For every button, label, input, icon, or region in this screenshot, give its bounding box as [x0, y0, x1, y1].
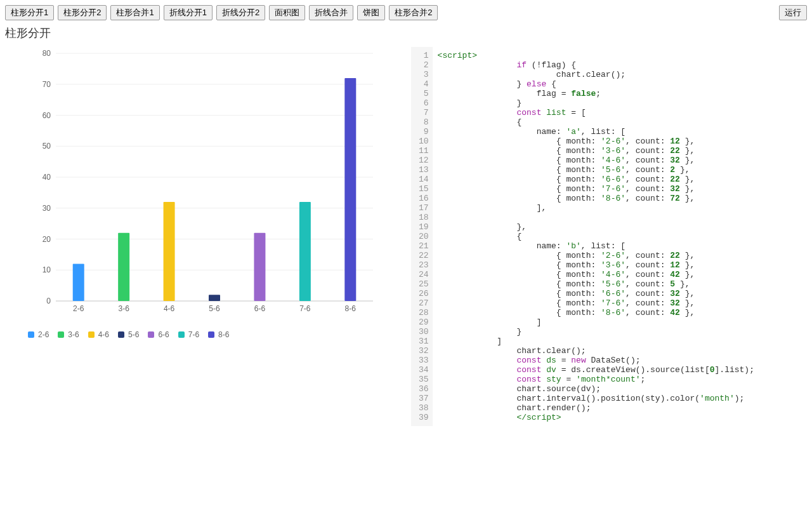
code-line: } [438, 327, 802, 337]
run-button[interactable]: 运行 [779, 5, 807, 20]
code-line: { month: '2-6', count: 12 }, [438, 137, 802, 146]
code-line: { month: '3-6', count: 22 }, [438, 146, 802, 156]
x-tick: 2-6 [73, 304, 84, 313]
code-line: { month: '7-6', count: 32 }, [438, 298, 802, 308]
bar-4-6 [164, 202, 175, 301]
code-line: { month: '4-6', count: 32 }, [438, 156, 802, 165]
toolbar-left: 柱形分开1柱形分开2柱形合并1折线分开1折线分开2面积图折线合并饼图柱形合并2 [5, 5, 438, 20]
legend-item[interactable]: 6-6 [148, 330, 169, 339]
chart-type-button-3[interactable]: 折线分开1 [164, 5, 213, 20]
code-line: { month: '4-6', count: 42 }, [438, 270, 802, 279]
legend-swatch [178, 331, 185, 338]
legend-label: 6-6 [158, 330, 169, 339]
page-title: 柱形分开 [5, 25, 807, 41]
code-line: name: 'a', list: [ [438, 127, 802, 137]
legend-swatch [28, 331, 34, 338]
code-line: { month: '3-6', count: 12 }, [438, 260, 802, 270]
y-tick: 30 [43, 204, 51, 213]
legend-label: 4-6 [98, 330, 109, 339]
toolbar: 柱形分开1柱形分开2柱形合并1折线分开1折线分开2面积图折线合并饼图柱形合并2 … [5, 5, 807, 20]
y-tick: 0 [46, 297, 51, 305]
bar-3-6 [118, 233, 129, 301]
legend-item[interactable]: 8-6 [208, 330, 229, 339]
chart-type-button-4[interactable]: 折线分开2 [216, 5, 265, 20]
x-tick: 5-6 [209, 304, 220, 313]
legend: 2-63-64-65-66-67-68-6 [28, 330, 411, 339]
y-tick: 60 [43, 111, 51, 120]
legend-label: 3-6 [68, 330, 79, 339]
main: 010203040506070802-63-64-65-66-67-68-6 2… [5, 47, 807, 426]
chart-type-button-6[interactable]: 折线合并 [309, 5, 353, 20]
code-gutter: 1 2 3 4 5 6 7 8 9 10 11 12 13 14 15 16 1… [411, 47, 433, 426]
code-line: name: 'b', list: [ [438, 241, 802, 251]
code-line: { month: '7-6', count: 32 }, [438, 184, 802, 194]
legend-item[interactable]: 2-6 [28, 330, 49, 339]
legend-label: 2-6 [38, 330, 49, 339]
x-tick: 8-6 [345, 304, 357, 313]
code-line: ], [438, 203, 802, 213]
legend-item[interactable]: 4-6 [88, 330, 109, 339]
chart-type-button-5[interactable]: 面积图 [269, 5, 305, 20]
bar-7-6 [299, 202, 311, 301]
legend-item[interactable]: 3-6 [58, 330, 79, 339]
legend-label: 7-6 [188, 330, 199, 339]
code-line: const dv = ds.createView().source(list[0… [438, 365, 802, 375]
chart-type-button-7[interactable]: 饼图 [357, 5, 385, 20]
code-line: const sty = 'month*count'; [438, 375, 802, 384]
code-line: chart.clear(); [438, 346, 802, 356]
legend-swatch [208, 331, 214, 338]
x-tick: 6-6 [254, 304, 266, 313]
code-line: }, [438, 222, 802, 232]
y-tick: 10 [43, 265, 51, 274]
code-line: { [438, 232, 802, 241]
y-tick: 20 [43, 235, 51, 244]
code-line: ] [438, 318, 802, 327]
chart-type-button-0[interactable]: 柱形分开1 [5, 5, 54, 20]
chart-type-button-2[interactable]: 柱形合并1 [110, 5, 159, 20]
bar-2-6 [73, 264, 84, 302]
code-line: { month: '6-6', count: 32 }, [438, 289, 802, 298]
chart-type-button-1[interactable]: 柱形分开2 [58, 5, 107, 20]
code-editor[interactable]: <script> if (!flag) { chart.clear(); } e… [433, 47, 807, 426]
legend-label: 8-6 [218, 330, 229, 339]
x-tick: 3-6 [118, 304, 129, 313]
code-line: chart.source(dv); [438, 384, 802, 394]
y-tick: 70 [43, 80, 51, 89]
y-tick: 80 [43, 49, 51, 58]
code-line: chart.interval().position(sty).color('mo… [438, 394, 802, 403]
code-line: <script> [438, 51, 802, 60]
code-line: } else { [438, 79, 802, 89]
code-line: { month: '2-6', count: 22 }, [438, 251, 802, 260]
legend-item[interactable]: 5-6 [118, 330, 139, 339]
chart-panel: 010203040506070802-63-64-65-66-67-68-6 2… [5, 47, 411, 426]
code-line: } [438, 98, 802, 108]
code-line: chart.render(); [438, 403, 802, 413]
x-tick: 7-6 [299, 304, 311, 313]
code-panel: 1 2 3 4 5 6 7 8 9 10 11 12 13 14 15 16 1… [411, 47, 807, 426]
code-line: ] [438, 337, 802, 346]
legend-swatch [118, 331, 124, 338]
chart-type-button-8[interactable]: 柱形合并2 [389, 5, 438, 20]
bar-6-6 [254, 233, 265, 301]
bar-5-6 [209, 295, 220, 301]
legend-item[interactable]: 7-6 [178, 330, 199, 339]
code-line: { month: '6-6', count: 22 }, [438, 175, 802, 184]
legend-swatch [148, 331, 154, 338]
code-line: flag = false; [438, 89, 802, 98]
toolbar-right: 运行 [779, 5, 807, 20]
legend-swatch [88, 331, 95, 338]
code-line: { month: '5-6', count: 5 }, [438, 279, 802, 289]
code-line: { month: '8-6', count: 72 }, [438, 194, 802, 203]
bar-chart: 010203040506070802-63-64-65-66-67-68-6 [5, 47, 386, 320]
code-line: if (!flag) { [438, 60, 802, 70]
code-line: { month: '8-6', count: 42 }, [438, 308, 802, 318]
legend-swatch [58, 331, 64, 338]
x-tick: 4-6 [164, 304, 175, 313]
bar-8-6 [344, 78, 356, 301]
code-line [438, 213, 802, 222]
code-line: </script> [438, 413, 802, 422]
y-tick: 40 [43, 173, 51, 182]
legend-label: 5-6 [128, 330, 139, 339]
code-line: chart.clear(); [438, 70, 802, 79]
code-line: const ds = new DataSet(); [438, 356, 802, 365]
